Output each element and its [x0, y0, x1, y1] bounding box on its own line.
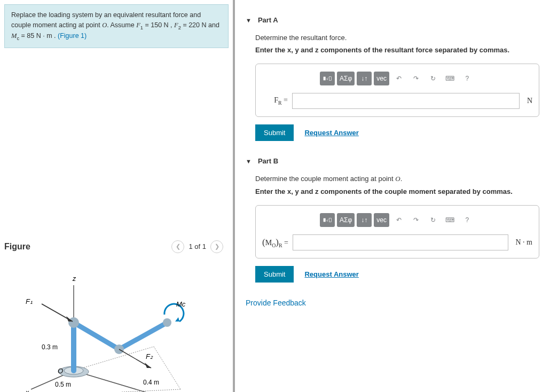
question-text: Replace the loading system by an equival…	[4, 4, 229, 48]
undo-button[interactable]: ↶	[391, 72, 406, 85]
svg-rect-29	[324, 77, 326, 81]
svg-marker-23	[175, 317, 179, 322]
svg-text:√: √	[326, 218, 328, 222]
subscript-button[interactable]: ↓↑	[357, 72, 372, 85]
svg-line-8	[122, 389, 180, 392]
collapse-caret-icon: ▼	[246, 158, 252, 164]
equation-toolbar: √ ΑΣφ ↓↑ vec ↶ ↷ ↻ ⌨ ?	[262, 213, 532, 227]
provide-feedback-link[interactable]: Provide Feedback	[246, 299, 539, 307]
part-b-instruction: Enter the x, y and z components of the c…	[255, 187, 539, 195]
figure-link[interactable]: (Figure 1)	[58, 32, 87, 40]
help-button[interactable]: ?	[460, 72, 475, 85]
part-b-title: Part B	[258, 157, 278, 165]
part-a-header[interactable]: ▼ Part A	[246, 16, 539, 24]
svg-point-16	[163, 318, 171, 327]
svg-line-13	[119, 323, 167, 349]
subscript-button[interactable]: ↓↑	[357, 213, 372, 227]
svg-point-14	[68, 317, 79, 328]
templates-button[interactable]: √	[320, 72, 335, 85]
part-a-submit-button[interactable]: Submit	[255, 124, 294, 141]
part-a-unit: N	[527, 97, 532, 105]
templates-button[interactable]: √	[320, 213, 335, 227]
part-a-input[interactable]	[292, 93, 520, 109]
figure-pager: ❮ 1 of 1 ❯	[171, 240, 223, 253]
figure-next-button[interactable]: ❯	[210, 240, 223, 253]
part-b-unit: N · m	[516, 238, 533, 247]
reset-button[interactable]: ↻	[426, 72, 441, 85]
svg-text:x: x	[25, 389, 29, 392]
greek-button[interactable]: ΑΣφ	[337, 72, 355, 85]
svg-rect-32	[324, 218, 326, 222]
keyboard-button[interactable]: ⌨	[443, 72, 458, 85]
part-a-prompt: Determine the resultant force.	[255, 34, 539, 42]
part-a-instruction: Enter the x, y and z components of the r…	[255, 46, 539, 54]
svg-text:O: O	[58, 367, 63, 375]
figure-title: Figure	[4, 242, 30, 252]
part-b-lhs: (MO)R =	[262, 237, 288, 248]
vec-button[interactable]: vec	[374, 72, 389, 85]
part-b-input[interactable]	[293, 234, 508, 250]
svg-text:0.5 m: 0.5 m	[55, 381, 71, 388]
equation-toolbar: √ ΑΣφ ↓↑ vec ↶ ↷ ↻ ⌨ ?	[262, 72, 532, 85]
part-b-header[interactable]: ▼ Part B	[246, 157, 539, 165]
svg-line-12	[74, 323, 119, 349]
part-a: ▼ Part A Determine the resultant force. …	[246, 16, 539, 141]
undo-button[interactable]: ↶	[391, 213, 406, 227]
figure-prev-button[interactable]: ❮	[171, 240, 184, 253]
collapse-caret-icon: ▼	[246, 17, 252, 23]
part-b-prompt: Determine the couple moment acting at po…	[255, 175, 539, 183]
figure-page-label: 1 of 1	[188, 242, 206, 250]
keyboard-button[interactable]: ⌨	[443, 213, 458, 227]
part-b: ▼ Part B Determine the couple moment act…	[246, 157, 539, 283]
svg-text:√: √	[326, 77, 328, 81]
part-b-request-answer-link[interactable]: Request Answer	[304, 270, 358, 278]
svg-line-6	[74, 347, 154, 371]
reset-button[interactable]: ↻	[426, 213, 441, 227]
svg-text:F₁: F₁	[26, 297, 33, 305]
svg-text:Mc: Mc	[176, 300, 186, 308]
svg-text:F₂: F₂	[146, 352, 153, 360]
greek-button[interactable]: ΑΣφ	[337, 213, 355, 227]
svg-text:z: z	[72, 275, 76, 283]
redo-button[interactable]: ↷	[408, 72, 423, 85]
vec-button[interactable]: vec	[374, 213, 389, 227]
svg-text:0.4 m: 0.4 m	[143, 379, 159, 386]
svg-text:0.3 m: 0.3 m	[42, 343, 58, 351]
part-b-answer-box: √ ΑΣφ ↓↑ vec ↶ ↷ ↻ ⌨ ? (MO)R = N	[255, 205, 539, 258]
redo-button[interactable]: ↷	[408, 213, 423, 227]
part-a-title: Part A	[258, 16, 278, 24]
part-b-submit-button[interactable]: Submit	[255, 266, 294, 283]
svg-line-4	[74, 371, 180, 392]
svg-rect-31	[329, 77, 331, 81]
svg-rect-34	[329, 218, 331, 222]
part-a-request-answer-link[interactable]: Request Answer	[304, 129, 358, 137]
help-button[interactable]: ?	[460, 213, 475, 227]
figure-image: z x y F₁ F₂	[4, 264, 207, 392]
part-a-answer-box: √ ΑΣφ ↓↑ vec ↶ ↷ ↻ ⌨ ? FR = N	[255, 64, 539, 117]
part-a-lhs: FR =	[262, 96, 288, 106]
